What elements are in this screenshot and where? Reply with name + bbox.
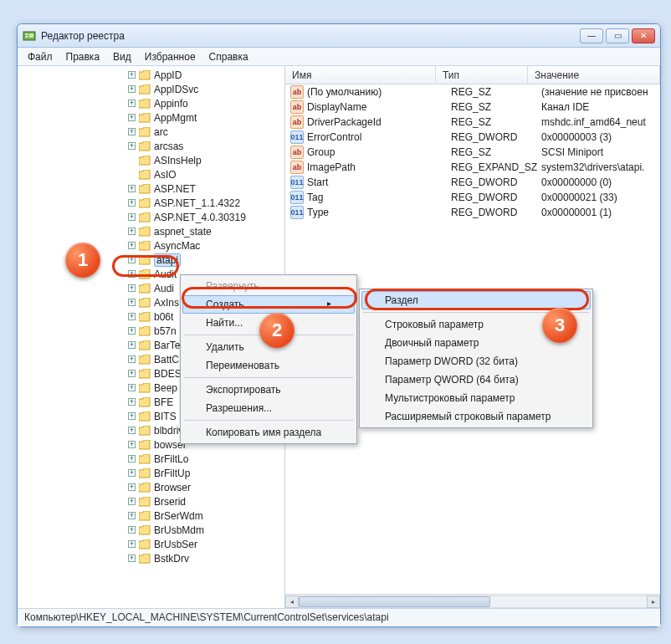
value-row[interactable]: abDisplayNameREG_SZКанал IDE: [285, 100, 660, 115]
folder-icon: [139, 127, 151, 137]
tree-item-brusbser[interactable]: +BrUsbSer: [18, 537, 284, 551]
tree-item-label: AsyncMac: [154, 240, 200, 252]
tree-item-bstkdrv[interactable]: +BstkDrv: [18, 551, 284, 565]
column-value[interactable]: Значение: [528, 66, 660, 84]
value-row[interactable]: 011TagREG_DWORD0x00000021 (33): [285, 190, 660, 205]
expand-icon[interactable]: +: [128, 398, 136, 406]
expand-icon[interactable]: +: [128, 199, 136, 207]
maximize-button[interactable]: ▭: [606, 28, 629, 43]
menu-favorites[interactable]: Избранное: [138, 48, 202, 65]
svg-rect-1: [25, 33, 28, 35]
value-name: Start: [307, 176, 451, 188]
menu-file[interactable]: Файл: [21, 48, 59, 65]
tree-item-arc[interactable]: +arc: [18, 125, 284, 139]
scroll-left-icon[interactable]: ◂: [285, 595, 299, 608]
expand-icon[interactable]: +: [128, 384, 136, 391]
sub-dword[interactable]: Параметр DWORD (32 бита): [361, 352, 591, 371]
expand-icon[interactable]: +: [128, 327, 136, 335]
tree-item-arcsas[interactable]: +arcsas: [18, 139, 284, 153]
expand-icon[interactable]: +: [128, 483, 136, 491]
value-row[interactable]: 011ErrorControlREG_DWORD0x00000003 (3): [285, 130, 660, 145]
expand-icon[interactable]: +: [128, 355, 136, 363]
tree-item-appid[interactable]: +AppID: [18, 68, 284, 82]
minimize-button[interactable]: —: [580, 28, 603, 43]
horizontal-scrollbar[interactable]: ◂ ▸: [285, 594, 660, 608]
expand-icon[interactable]: +: [128, 341, 136, 349]
tree-item-brserwdm[interactable]: +BrSerWdm: [18, 509, 284, 523]
tree-item-label: BstkDrv: [154, 553, 189, 565]
tree-item-appinfo[interactable]: +Appinfo: [18, 96, 284, 110]
menu-edit[interactable]: Правка: [59, 48, 107, 65]
expand-icon[interactable]: +: [128, 128, 136, 135]
tree-item-asio[interactable]: AsIO: [18, 167, 284, 181]
expand-icon[interactable]: +: [128, 142, 136, 150]
expand-icon[interactable]: +: [128, 370, 136, 377]
expand-icon[interactable]: +: [128, 526, 136, 534]
annotation-ring-3: [365, 289, 589, 310]
callout-2: 2: [259, 313, 295, 348]
value-row[interactable]: 011StartREG_DWORD0x00000000 (0): [285, 175, 660, 190]
value-row[interactable]: abGroupREG_SZSCSI Miniport: [285, 145, 660, 160]
expand-icon[interactable]: +: [128, 455, 136, 463]
callout-3: 3: [542, 308, 577, 343]
scroll-right-icon[interactable]: ▸: [647, 595, 660, 608]
value-row[interactable]: ab(По умолчанию)REG_SZ(значение не присв…: [285, 84, 660, 100]
tree-item-label: AxIns: [154, 297, 179, 309]
tree-item-asp.net_1.1.4322[interactable]: +ASP.NET_1.1.4322: [18, 196, 284, 210]
tree-item-brfiltlo[interactable]: +BrFiltLo: [18, 452, 284, 466]
expand-icon[interactable]: +: [128, 512, 136, 519]
expand-icon[interactable]: +: [128, 100, 136, 107]
tree-item-label: Beep: [154, 382, 177, 394]
sub-multistring[interactable]: Мультистроковый параметр: [361, 389, 591, 407]
expand-icon[interactable]: +: [128, 540, 136, 548]
expand-icon[interactable]: +: [128, 299, 136, 306]
expand-icon[interactable]: +: [128, 242, 136, 249]
value-row[interactable]: abDriverPackageIdREG_SZmshdc.inf_amd64_n…: [285, 115, 660, 130]
ctx-export[interactable]: Экспортировать: [182, 381, 355, 399]
expand-icon[interactable]: +: [128, 284, 136, 292]
expand-icon[interactable]: +: [128, 185, 136, 192]
ctx-permissions[interactable]: Разрешения...: [182, 399, 355, 417]
ctx-rename[interactable]: Переименовать: [182, 356, 355, 375]
scroll-thumb[interactable]: [299, 596, 490, 607]
value-type: REG_DWORD: [451, 131, 541, 143]
tree-item-brusbmdm[interactable]: +BrUsbMdm: [18, 523, 284, 537]
expand-icon[interactable]: +: [128, 85, 136, 93]
tree-item-brserid[interactable]: +Brserid: [18, 494, 284, 509]
expand-icon[interactable]: +: [128, 114, 136, 121]
folder-icon: [139, 156, 151, 166]
expand-icon[interactable]: +: [128, 441, 136, 448]
expand-icon[interactable]: +: [128, 498, 136, 505]
sub-expandstring[interactable]: Расширяемый строковый параметр: [361, 407, 591, 426]
expand-icon[interactable]: +: [128, 555, 136, 562]
close-button[interactable]: ✕: [632, 28, 655, 43]
menu-help[interactable]: Справка: [202, 48, 255, 65]
tree-item-aspnet_state[interactable]: +aspnet_state: [18, 224, 284, 238]
tree-item-asyncmac[interactable]: +AsyncMac: [18, 238, 284, 253]
value-row[interactable]: 011TypeREG_DWORD0x00000001 (1): [285, 205, 660, 220]
column-type[interactable]: Тип: [436, 66, 528, 84]
expand-icon[interactable]: +: [128, 213, 136, 221]
tree-item-asinshelp[interactable]: ASInsHelp: [18, 153, 284, 167]
column-name[interactable]: Имя: [285, 66, 436, 84]
folder-icon: [139, 170, 151, 180]
expand-icon[interactable]: +: [128, 412, 136, 420]
tree-item-brfiltup[interactable]: +BrFiltUp: [18, 466, 284, 480]
expand-icon[interactable]: +: [128, 313, 136, 320]
expand-icon[interactable]: +: [128, 71, 136, 79]
menu-view[interactable]: Вид: [106, 48, 138, 65]
dword-icon: 011: [290, 206, 304, 219]
tree-item-browser[interactable]: +Browser: [18, 480, 284, 494]
ctx-copy-key-name[interactable]: Копировать имя раздела: [182, 423, 355, 442]
sub-qword[interactable]: Параметр QWORD (64 бита): [361, 371, 591, 389]
tree-item-asp.net[interactable]: +ASP.NET: [18, 181, 284, 196]
value-type: REG_SZ: [451, 101, 541, 113]
tree-item-appidsvc[interactable]: +AppIDSvc: [18, 82, 284, 96]
value-row[interactable]: abImagePathREG_EXPAND_SZsystem32\drivers…: [285, 160, 660, 175]
tree-item-asp.net_4.0.30319[interactable]: +ASP.NET_4.0.30319: [18, 210, 284, 224]
expand-icon[interactable]: +: [128, 427, 136, 434]
expand-icon[interactable]: +: [128, 469, 136, 477]
tree-item-appmgmt[interactable]: +AppMgmt: [18, 110, 284, 125]
titlebar: Редактор реестра — ▭ ✕: [18, 24, 660, 48]
expand-icon[interactable]: +: [128, 227, 136, 235]
